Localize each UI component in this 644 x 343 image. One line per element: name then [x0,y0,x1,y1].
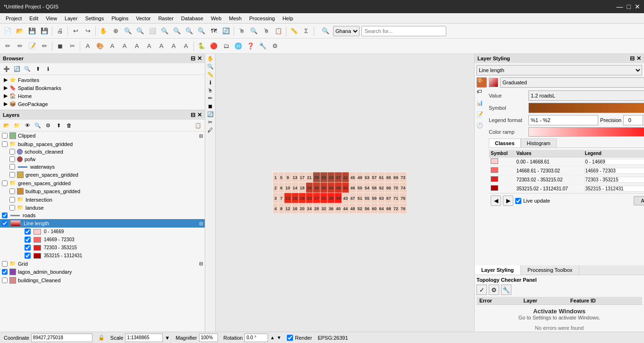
zoom-error-button[interactable]: 🔧 [501,285,511,295]
magnifier-input[interactable] [199,334,218,342]
layer-item-line-length[interactable]: Line length ⊟ [0,219,205,228]
edit2-button[interactable]: 📝 [26,41,38,52]
label3-button[interactable]: A [107,41,118,52]
pan-map-button[interactable]: ⊕ [110,25,121,37]
menu-help[interactable]: Help [279,15,297,22]
close-button[interactable]: ✕ [635,3,640,10]
pan-tool-button[interactable]: ✋ [207,56,214,62]
layer-checkbox-waterways[interactable] [9,164,15,170]
plugin-manager-button[interactable]: 🔧 [257,41,268,52]
history-style-icon[interactable]: 🕐 [477,122,487,133]
print-button[interactable]: 🖨 [54,25,66,37]
save-project-button[interactable]: 💾 [26,25,38,37]
browser-item-favorites[interactable]: ▶ ⭐ Favorites [0,76,205,84]
zoom-tool-button[interactable]: 🔍 [207,64,214,70]
layer-item-landuse[interactable]: 📁 landuse [0,204,205,212]
map-area[interactable]: 1591317212529333741454953576165697326101… [205,54,474,332]
layer-checkbox-builtup[interactable] [2,141,8,147]
identify-button[interactable]: 🖱 [236,25,247,37]
browser-filter-button[interactable]: 🔍 [23,64,32,74]
active-layer-select[interactable]: Line length [477,65,642,75]
menu-processing[interactable]: Processing [245,15,278,22]
qgis-server-button[interactable]: 🔴 [208,41,219,52]
menu-plugins[interactable]: Plugins [108,15,132,22]
remove-layer-button[interactable]: 🗑 [64,121,74,130]
node-tool-button[interactable]: ✏ [39,41,50,52]
scale-input[interactable] [125,334,163,342]
symbol-legend-cell[interactable] [583,157,644,166]
render-checkbox[interactable] [287,334,293,342]
layer-item-green-spaces[interactable]: green_spaces_gridded [0,171,205,179]
layer-checkbox-lagos[interactable] [2,269,8,275]
layer-item-clipped[interactable]: Clipped ⊟ [0,131,205,140]
settings-button[interactable]: ⚙ [269,41,281,52]
digitize-tool-button[interactable]: 🖊 [208,127,213,133]
tab-processing-toolbox[interactable]: Processing Toolbox [521,265,579,275]
layer-item-buildings[interactable]: buildings_Cleaned [0,276,205,285]
layer-checkbox-roads[interactable] [2,212,8,218]
rotation-input[interactable] [244,334,268,342]
minimize-button[interactable]: — [617,3,623,10]
layer-item-lagos[interactable]: lagos_admin_boundary [0,268,205,276]
filter-layers-button[interactable]: 🔍 [33,121,42,130]
label-tool-button[interactable]: A [82,41,93,52]
label6-button[interactable]: A [143,41,155,52]
symbol-legend-cell[interactable] [583,184,644,193]
menu-mesh[interactable]: Mesh [225,15,245,22]
zoom-last-button[interactable]: 🔍 [196,25,207,37]
redo-button[interactable]: ↪ [82,25,93,37]
coordinate-input[interactable] [31,334,92,342]
label5-button[interactable]: A [131,41,142,52]
menu-vector[interactable]: Vector [132,15,154,22]
layer-styling-close-button[interactable]: ✕ [636,55,641,62]
label4-button[interactable]: A [119,41,130,52]
browser-close-button[interactable]: ✕ [197,55,202,62]
layer-item-schools[interactable]: schools_cleaned [0,148,205,155]
new-project-button[interactable]: 📄 [2,25,13,37]
label8-button[interactable]: A [168,41,179,52]
measure-button[interactable]: 📏 [288,25,300,37]
legend-check-2[interactable] [25,245,31,251]
menu-project[interactable]: Project [2,15,25,22]
validate-button[interactable]: ✓ [477,285,487,295]
browser-refresh-button[interactable]: 🔄 [12,64,22,74]
digitize-button[interactable]: ✏ [2,41,13,52]
menu-layer[interactable]: Layer [61,15,82,22]
forward-button[interactable]: ▶ [503,196,513,206]
layer-checkbox-intersection[interactable] [9,197,15,203]
tab-histogram[interactable]: Histogram [521,139,557,147]
layer-checkbox-schools[interactable] [9,149,15,155]
zoom-next-button[interactable]: 🗺 [208,25,219,37]
layer-checkbox-green-group[interactable] [2,180,8,186]
open-layer-button[interactable]: 📂 [2,121,11,130]
precision-input[interactable] [624,115,643,125]
value-select[interactable]: 1.2 roadsL [528,90,644,101]
layer-checkbox-buildings[interactable] [2,278,8,283]
scale-dropdown[interactable]: ▼ [165,335,170,341]
legend-check-1[interactable] [25,237,31,243]
select-tool-button[interactable]: 🖱 [208,88,213,93]
layer-checkbox-clipped[interactable] [2,133,8,139]
layer-checkbox-green-spaces[interactable] [9,172,15,178]
edit-button[interactable]: ✏ [14,41,25,52]
split-tool-button[interactable]: ✂ [208,119,212,125]
add-to-overview-button[interactable]: ⬆ [54,121,63,130]
layers-close-button[interactable]: ✕ [197,112,202,118]
layer-item-intersection[interactable]: 📁 Intersection [0,196,205,204]
rot-up[interactable]: ▲ [270,335,275,340]
measure-tool-button[interactable]: 📏 [207,72,214,78]
layer-item-builtup-group[interactable]: 📁 builtup_spaces_gridded [0,140,205,148]
rotate-tool-button[interactable]: 🔄 [207,111,214,117]
browser-item-bookmarks[interactable]: ▶ 🔖 Spatial Bookmarks [0,84,205,92]
layer-checkbox-builtup-sub[interactable] [9,188,15,194]
renderer-select[interactable]: Graduated Single symbol Categorized Rule… [500,77,644,88]
legend-check-3[interactable] [25,253,31,259]
help-button[interactable]: ❓ [245,41,256,52]
symbol-legend-cell[interactable] [583,175,644,184]
diagram-style-icon[interactable]: 📊 [477,100,487,110]
tab-layer-styling[interactable]: Layer Styling [475,265,521,275]
menu-database[interactable]: Database [177,15,207,22]
source-style-icon[interactable]: 📝 [477,111,487,122]
menu-edit[interactable]: Edit [25,15,42,22]
browser-add-button[interactable]: ➕ [2,64,11,74]
